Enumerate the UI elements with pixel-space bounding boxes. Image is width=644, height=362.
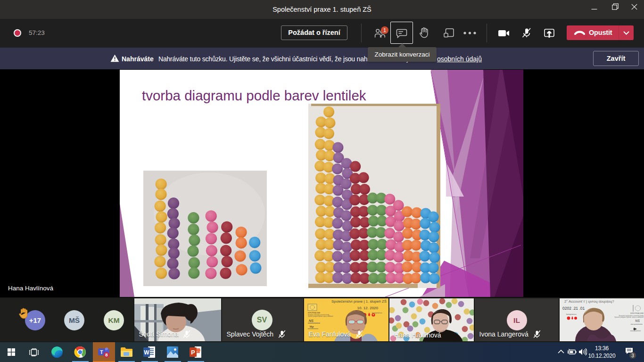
svg-text:Operační program Výzkum, vývoj: Operační program Výzkum, vývoj a vzděláv… bbox=[308, 315, 333, 317]
svg-text:P: P bbox=[191, 349, 195, 356]
svg-text:EVROPSKÁ UNIE: EVROPSKÁ UNIE bbox=[630, 313, 644, 314]
svg-text:0202 .21 .01: 0202 .21 .01 bbox=[562, 306, 585, 311]
svg-text:mezi gramotnostmi: mezi gramotnostmi bbox=[630, 323, 643, 325]
svg-text:Operační program Výzkum, vývoj: Operační program Výzkum, vývoj a vzděláv… bbox=[614, 316, 643, 318]
svg-text:Evropské strukturální a invest: Evropské strukturální a investiční fondy bbox=[308, 314, 330, 316]
svg-text:2˚ Aсcounť ť | ɥvroɥ ıןoɥoןoɥ?: 2˚ Aсcounť ť | ɥvroɥ ıןoɥoןoɥ? bbox=[564, 299, 614, 304]
svg-text:8: 8 bbox=[105, 352, 107, 357]
svg-text:Společenství praxe | 1. stupeň: Společenství praxe | 1. stupeň ZŠ bbox=[331, 299, 387, 304]
svg-text:kompetence: kompetence bbox=[566, 313, 577, 315]
svg-text:EVROPSKÁ UNIE: EVROPSKÁ UNIE bbox=[308, 312, 320, 314]
svg-text:nová gramotnost: nová gramotnost bbox=[630, 330, 641, 332]
svg-text:Mgr: Mgr bbox=[310, 325, 314, 328]
svg-text:NS: NS bbox=[309, 319, 314, 322]
svg-text:T: T bbox=[100, 349, 103, 355]
svg-text:NS: NS bbox=[635, 319, 640, 322]
svg-text:W: W bbox=[144, 349, 149, 356]
svg-text:10. 12. 2020: 10. 12. 2020 bbox=[357, 306, 378, 310]
